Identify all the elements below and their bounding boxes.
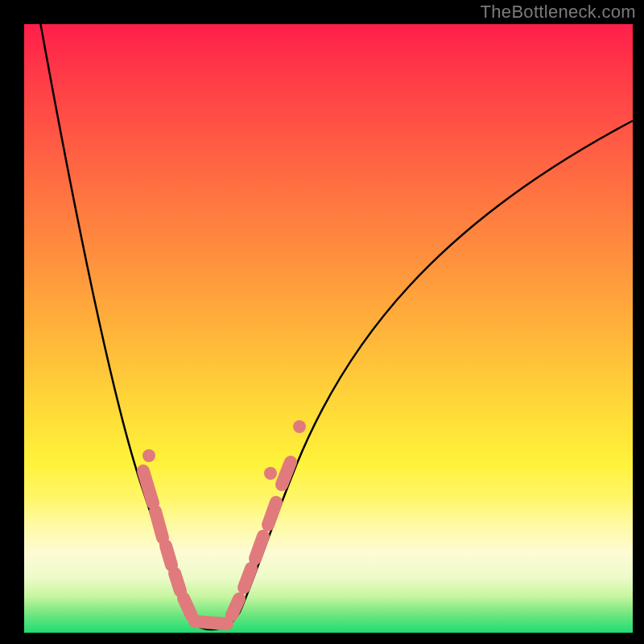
curve-layer [24, 24, 633, 633]
bottleneck-curve [36, 0, 633, 630]
svg-point-1 [264, 467, 277, 480]
svg-point-2 [293, 420, 306, 433]
chart-stage: TheBottleneck.com [0, 0, 644, 644]
watermark: TheBottleneck.com [481, 2, 636, 23]
data-beads [143, 462, 291, 624]
plot-area [24, 24, 633, 633]
svg-point-0 [142, 449, 155, 462]
